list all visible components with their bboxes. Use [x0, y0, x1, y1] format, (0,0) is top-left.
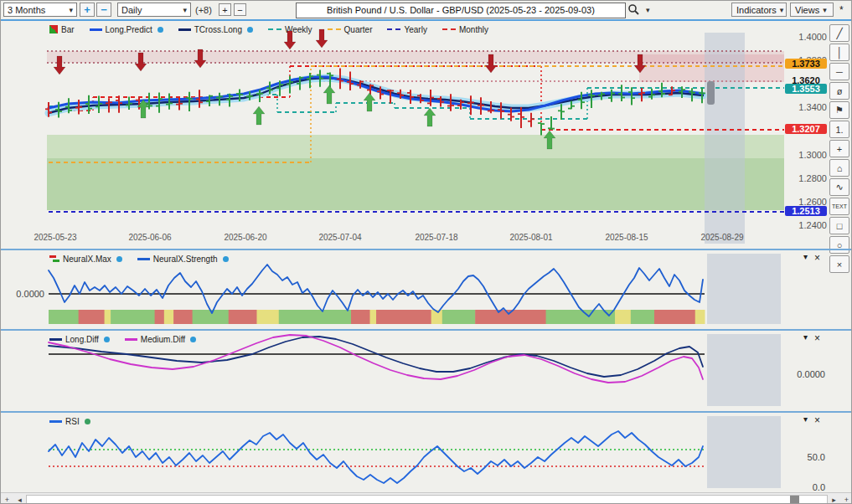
scrollbar-track[interactable] — [26, 495, 828, 504]
x-axis-label: 2025-08-29 — [700, 233, 743, 242]
y-axis-label: 1.3000 — [785, 150, 827, 160]
y-axis-label: 1.3400 — [785, 102, 827, 112]
price-badge: 1.3207 — [785, 124, 827, 134]
chevron-down-icon: ▾ — [69, 6, 73, 14]
x-axis-label: 2025-06-20 — [224, 233, 266, 242]
search-icon[interactable] — [627, 3, 640, 19]
chevron-down-icon: ▾ — [780, 6, 784, 14]
future-window-overlay — [707, 254, 781, 324]
vertical-scroll-thumb[interactable] — [707, 81, 715, 105]
crosshair-tool[interactable]: + — [829, 140, 849, 157]
horizontal-scrollbar[interactable]: + ◂ ▸ + — [1, 492, 852, 504]
indicator-line — [49, 265, 703, 316]
chevron-down-icon: ▾ — [183, 6, 187, 14]
y-axis-label: 1.4000 — [785, 32, 827, 42]
drawing-tools-sidebar: ╱│─ø⚑1.+⌂∿TEXT□○× — [829, 24, 851, 273]
background-zone — [47, 158, 784, 210]
x-axis-label: 2025-08-01 — [509, 233, 552, 242]
trend-line-tool[interactable]: ╱ — [829, 24, 849, 42]
neuralx-max-band — [49, 310, 705, 324]
x-axis-label: 2025-07-18 — [415, 233, 457, 242]
background-zone — [47, 135, 784, 158]
price-badge: 1.3733 — [785, 59, 827, 69]
x-axis-label: 2025-06-06 — [128, 233, 171, 242]
price-badge: 1.3553 — [785, 84, 827, 94]
indicators-button[interactable]: Indicators ▾ — [731, 3, 787, 17]
modified-indicator: * — [839, 4, 844, 16]
x-axis-label: 2025-05-23 — [34, 233, 76, 242]
scroll-far-right-button[interactable]: + — [840, 494, 852, 504]
tcross-long-line — [49, 78, 703, 113]
future-window-overlay — [707, 416, 781, 488]
numbered-note-tool[interactable]: 1. — [829, 121, 849, 138]
neuralx-panel-plot[interactable] — [1, 249, 852, 329]
diff-panel-plot[interactable] — [1, 329, 852, 411]
indicator-line — [49, 431, 703, 483]
rectangle-tool[interactable]: □ — [829, 217, 849, 234]
rsi-panel-plot[interactable] — [1, 411, 852, 491]
vertical-line-tool[interactable]: │ — [829, 44, 849, 61]
chevron-down-icon: ▾ — [823, 6, 827, 14]
price-badge: 1.2513 — [785, 206, 827, 216]
search-dropdown-icon[interactable]: ▾ — [646, 6, 650, 14]
flag-tool[interactable]: ⚑ — [829, 101, 849, 119]
x-axis-label: 2025-07-04 — [318, 233, 361, 242]
callout-tool[interactable]: ⌂ — [829, 159, 849, 177]
scrollbar-thumb[interactable] — [790, 496, 799, 504]
scroll-right-button[interactable]: ▸ — [828, 494, 840, 504]
wave-tool[interactable]: ∿ — [829, 178, 849, 196]
ray-line-tool[interactable]: ø — [829, 82, 849, 100]
views-button[interactable]: Views ▾ — [790, 3, 834, 17]
range-select[interactable]: 3 Months ▾ — [3, 3, 77, 17]
symbol-title[interactable]: British Pound / U.S. Dollar - GBP/USD (2… — [296, 3, 626, 18]
range-select-value: 3 Months — [8, 5, 45, 15]
interval-select[interactable]: Daily ▾ — [117, 3, 191, 17]
add-bars-button[interactable]: + — [219, 3, 231, 16]
text-tool[interactable]: TEXT — [829, 198, 849, 215]
interval-select-value: Daily — [121, 5, 142, 15]
scroll-far-left-button[interactable]: + — [1, 494, 13, 504]
x-axis-label: 2025-08-15 — [605, 233, 648, 242]
indicators-button-label: Indicators — [736, 5, 777, 15]
scroll-left-button[interactable]: ◂ — [13, 494, 26, 504]
main-price-chart[interactable] — [1, 21, 852, 249]
vantagepoint-charting-window: 3 Months ▾ + − Daily ▾ (+8) + − British … — [0, 0, 852, 504]
indicator-line-0 — [49, 337, 703, 377]
zoom-in-button[interactable]: + — [80, 3, 95, 17]
y-axis-label: 1.2800 — [785, 173, 827, 183]
indicator-line-1 — [49, 335, 703, 383]
remove-bars-button[interactable]: − — [234, 3, 246, 16]
y-axis-label: 1.2400 — [785, 220, 827, 230]
views-button-label: Views — [795, 5, 819, 15]
zoom-out-button[interactable]: − — [96, 3, 111, 17]
bars-offset-label: (+8) — [195, 5, 212, 15]
future-window-overlay — [707, 334, 781, 406]
horizontal-line-tool[interactable]: ─ — [829, 63, 849, 80]
chart-toolbar: 3 Months ▾ + − Daily ▾ (+8) + − British … — [1, 1, 852, 19]
